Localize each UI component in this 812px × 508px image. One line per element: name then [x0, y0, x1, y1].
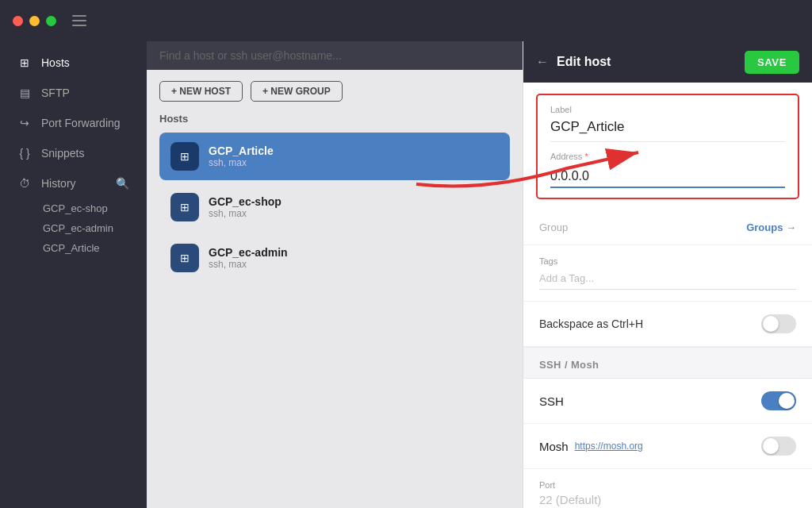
backspace-toggle[interactable] [761, 314, 796, 333]
host-info-gcp-article: GCP_Article ssh, max [209, 144, 274, 168]
hamburger-menu[interactable] [72, 15, 86, 26]
sftp-icon: ▤ [17, 86, 32, 100]
new-group-button[interactable]: + NEW GROUP [251, 81, 343, 102]
highlighted-fields-box: Label GCP_Article Address [536, 94, 799, 199]
port-forwarding-icon: ↪ [17, 116, 32, 130]
backspace-toggle-label: Backspace as Ctrl+H [539, 318, 643, 330]
host-item-gcp-ec-admin[interactable]: ⊞ GCP_ec-admin ssh, max [159, 234, 510, 282]
host-icon-gcp-ec-shop: ⊞ [170, 193, 199, 221]
host-icon-gcp-article: ⊞ [170, 142, 199, 171]
hosts-panel: Hosts ⊞ GCP_Article ssh, max ⊞ GCP_ec-sh… [147, 113, 523, 508]
edit-header: ← Edit host SAVE [523, 41, 812, 83]
label-field-value: GCP_Article [550, 119, 785, 142]
ssh-mosh-section-header: SSH / Mosh [523, 347, 812, 379]
mosh-label-group: Mosh https://mosh.org [539, 440, 643, 453]
address-input[interactable] [550, 166, 785, 188]
group-row: Group Groups → [523, 210, 812, 245]
close-button[interactable] [13, 16, 23, 26]
tags-label: Tags [539, 256, 796, 266]
toolbar: + NEW HOST + NEW GROUP [147, 70, 523, 113]
sidebar-item-snippets[interactable]: { } Snippets [5, 138, 142, 168]
minimize-button[interactable] [29, 16, 40, 26]
mosh-link[interactable]: https://mosh.org [575, 441, 643, 452]
sidebar-item-sftp[interactable]: ▤ SFTP [5, 78, 142, 108]
tags-group: Tags [523, 245, 812, 302]
ssh-label: SSH [539, 394, 564, 408]
backspace-toggle-row: Backspace as Ctrl+H [523, 302, 812, 347]
host-name-gcp-ec-admin: GCP_ec-admin [209, 246, 288, 259]
titlebar [0, 0, 812, 41]
mosh-label: Mosh [539, 440, 569, 453]
sidebar: ⊞ Hosts ▤ SFTP ↪ Port Forwarding { } Sni… [0, 41, 147, 508]
save-button[interactable]: SAVE [745, 51, 799, 74]
app-body: ⊞ Hosts ▤ SFTP ↪ Port Forwarding { } Sni… [0, 41, 812, 508]
label-field-label: Label [550, 105, 785, 114]
host-sub-gcp-ec-shop: ssh, max [209, 208, 282, 219]
sidebar-item-port-forwarding[interactable]: ↪ Port Forwarding [5, 108, 142, 138]
search-icon[interactable]: 🔍 [116, 177, 129, 190]
search-input[interactable] [159, 49, 510, 62]
maximize-button[interactable] [46, 16, 56, 26]
ssh-mosh-label: SSH / Mosh [539, 359, 599, 371]
groups-link[interactable]: Groups → [746, 221, 796, 233]
host-item-gcp-article[interactable]: ⊞ GCP_Article ssh, max [159, 133, 510, 180]
port-label: Port [539, 480, 796, 490]
window-controls [13, 16, 56, 26]
edit-header-left: ← Edit host [536, 55, 611, 69]
sidebar-label-hosts: Hosts [41, 56, 70, 69]
edit-panel: ← Edit host SAVE Label GCP_Article Addre… [523, 41, 812, 508]
history-item-gcp-article[interactable]: GCP_Article [36, 238, 147, 258]
tags-input[interactable] [539, 272, 796, 290]
host-item-gcp-ec-shop[interactable]: ⊞ GCP_ec-shop ssh, max [159, 183, 510, 231]
sidebar-label-history: History [41, 177, 76, 190]
history-item-gcp-ec-shop[interactable]: GCP_ec-shop [36, 198, 147, 218]
sidebar-item-hosts[interactable]: ⊞ Hosts [5, 48, 142, 78]
sidebar-label-snippets: Snippets [41, 147, 84, 160]
search-bar [147, 41, 523, 70]
mosh-toggle-row: Mosh https://mosh.org [523, 424, 812, 469]
edit-body: Label GCP_Article Address Group Groups →… [523, 83, 812, 508]
back-arrow-icon[interactable]: ← [536, 55, 549, 69]
sidebar-item-history[interactable]: ⏱ History 🔍 [5, 168, 142, 198]
history-item-gcp-ec-admin[interactable]: GCP_ec-admin [36, 218, 147, 238]
content-wrapper: + NEW HOST + NEW GROUP Hosts ⊞ GCP_Artic… [147, 41, 812, 508]
host-name-gcp-article: GCP_Article [209, 144, 274, 157]
new-host-button[interactable]: + NEW HOST [159, 81, 243, 102]
group-field-placeholder: Group [539, 221, 568, 233]
port-value: 22 (Default) [539, 493, 796, 508]
sidebar-label-port-forwarding: Port Forwarding [41, 117, 121, 129]
edit-panel-title: Edit host [557, 55, 611, 69]
hosts-title: Hosts [159, 113, 510, 125]
history-icon: ⏱ [17, 176, 32, 190]
history-subitems: GCP_ec-shop GCP_ec-admin GCP_Article [0, 198, 147, 258]
hosts-icon: ⊞ [17, 56, 32, 70]
snippets-icon: { } [17, 146, 32, 160]
sidebar-label-sftp: SFTP [41, 87, 70, 99]
host-name-gcp-ec-shop: GCP_ec-shop [209, 195, 282, 208]
host-info-gcp-ec-shop: GCP_ec-shop ssh, max [209, 195, 282, 219]
port-group: Port 22 (Default) [523, 469, 812, 508]
host-icon-gcp-ec-admin: ⊞ [170, 244, 199, 272]
host-info-gcp-ec-admin: GCP_ec-admin ssh, max [209, 246, 288, 270]
address-field-label: Address [550, 152, 785, 161]
content-area: + NEW HOST + NEW GROUP Hosts ⊞ GCP_Artic… [147, 41, 523, 508]
ssh-toggle-row: SSH [523, 379, 812, 424]
host-sub-gcp-ec-admin: ssh, max [209, 259, 288, 270]
mosh-toggle[interactable] [761, 437, 796, 456]
ssh-toggle[interactable] [761, 391, 796, 410]
host-sub-gcp-article: ssh, max [209, 157, 274, 168]
